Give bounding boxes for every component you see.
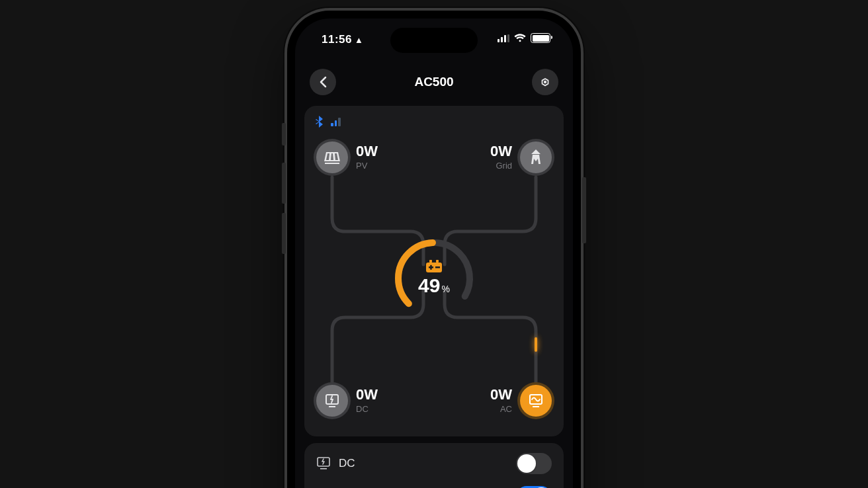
chevron-left-icon <box>319 76 327 88</box>
ac-value: 0W <box>490 387 512 402</box>
volume-button <box>282 213 286 254</box>
back-button[interactable] <box>310 69 336 95</box>
toggle-row-dc: DC <box>304 447 564 480</box>
battery-percent: 49% <box>418 274 450 297</box>
battery-gauge[interactable]: 49% <box>391 235 477 321</box>
grid-icon <box>520 142 552 173</box>
flow-pulse-indicator <box>535 337 537 352</box>
power-button <box>582 177 586 243</box>
screen: 11:56▲ AC500 <box>295 19 573 488</box>
svg-rect-14 <box>320 468 327 469</box>
energy-flow-panel: 49% 0W PV 0W Grid <box>304 106 564 436</box>
svg-rect-4 <box>429 260 432 263</box>
node-grid[interactable]: 0W Grid <box>490 142 552 173</box>
svg-rect-7 <box>435 266 440 268</box>
toggle-row-ac: AC <box>304 480 564 488</box>
page-title: AC500 <box>414 75 453 89</box>
grid-label: Grid <box>490 161 512 171</box>
dc-toggle-switch[interactable] <box>516 453 552 474</box>
output-toggles-panel: DC AC <box>304 443 564 488</box>
wifi-icon <box>514 34 526 42</box>
grid-value: 0W <box>490 144 512 159</box>
ac-label: AC <box>490 404 512 414</box>
volume-button <box>282 163 286 204</box>
nav-bar: AC500 <box>295 66 573 98</box>
svg-rect-10 <box>329 406 335 407</box>
ac-output-icon <box>520 385 552 417</box>
svg-rect-12 <box>533 406 539 407</box>
dc-output-icon <box>316 385 348 417</box>
volume-button <box>282 123 286 145</box>
dc-label: DC <box>356 404 378 414</box>
svg-rect-8 <box>430 265 432 270</box>
time-text: 11:56 <box>322 33 352 46</box>
battery-icon <box>531 33 550 43</box>
pv-label: PV <box>356 161 378 171</box>
dc-toggle-icon <box>316 456 331 471</box>
settings-button[interactable] <box>532 69 558 95</box>
dc-toggle-label: DC <box>339 457 355 470</box>
solar-icon <box>316 142 348 173</box>
dc-value: 0W <box>356 387 378 402</box>
cellular-icon <box>498 34 509 42</box>
node-dc[interactable]: 0W DC <box>316 385 378 417</box>
svg-point-0 <box>544 81 546 83</box>
gear-icon <box>538 75 552 89</box>
status-time: 11:56▲ <box>322 33 363 46</box>
pv-value: 0W <box>356 144 378 159</box>
svg-rect-5 <box>436 260 439 263</box>
user-icon: ▲ <box>355 35 363 45</box>
phone-frame: 11:56▲ AC500 <box>287 11 581 488</box>
node-ac[interactable]: 0W AC <box>490 385 552 417</box>
status-bar: 11:56▲ <box>295 19 573 58</box>
battery-icon <box>425 260 443 273</box>
node-pv[interactable]: 0W PV <box>316 142 378 173</box>
